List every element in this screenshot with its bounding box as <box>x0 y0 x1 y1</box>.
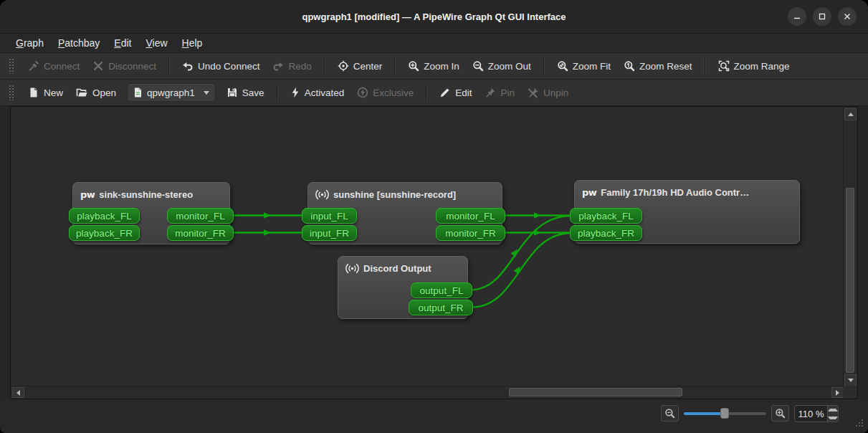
exclusive-toggle[interactable]: Exclusive <box>350 83 420 102</box>
arrow-down-icon <box>848 379 854 382</box>
arrow-left-icon <box>16 390 20 396</box>
open-button[interactable]: Open <box>70 83 123 102</box>
scroll-up-button[interactable] <box>844 108 857 120</box>
horizontal-scrollbar[interactable] <box>11 386 844 398</box>
node-title: Discord Output <box>363 263 431 274</box>
spin-arrows <box>827 406 838 422</box>
patchbay-toolbar: New Open qpwgraph1 <box>0 80 868 106</box>
zoom-percent-spinbox[interactable]: 110 % <box>794 405 839 422</box>
port-output[interactable]: monitor_FL <box>167 208 234 224</box>
undo-connect-button[interactable]: Undo Connect <box>176 57 266 75</box>
scroll-right-button[interactable] <box>831 387 844 398</box>
toolbar-drag-handle[interactable] <box>9 85 14 100</box>
port-input[interactable]: playback_FR <box>69 225 140 241</box>
toolbar-separator <box>543 57 545 75</box>
menu-graph[interactable]: Graph <box>9 35 51 51</box>
stream-icon <box>345 263 359 274</box>
vertical-scroll-thumb[interactable] <box>846 188 854 373</box>
connect-button[interactable]: Connect <box>22 57 86 75</box>
wire-arrow-icon <box>511 247 520 257</box>
port-output[interactable]: output_FR <box>409 300 473 315</box>
activated-toggle[interactable]: Activated <box>284 83 351 102</box>
minimize-button[interactable] <box>788 7 806 26</box>
node-title: sink-sunshine-stereo <box>99 189 193 200</box>
new-button[interactable]: New <box>22 83 70 102</box>
pin-icon <box>485 87 496 98</box>
unpin-button[interactable]: Unpin <box>521 83 575 102</box>
statusbar-zoom-in-button[interactable] <box>771 405 789 422</box>
pipewire-icon: pw <box>582 187 596 198</box>
titlebar[interactable]: qpwgraph1 [modified] — A PipeWire Graph … <box>0 0 868 34</box>
port-input[interactable]: playback_FL <box>570 208 642 224</box>
graph-toolbar: Connect Disconnect Undo Connect Redo <box>0 53 868 80</box>
scroll-down-button[interactable] <box>844 374 857 386</box>
new-file-icon <box>28 87 39 98</box>
menu-help[interactable]: Help <box>175 35 210 51</box>
port-input[interactable]: playback_FR <box>570 225 642 241</box>
statusbar-zoom-out-button[interactable] <box>661 405 679 422</box>
port-input[interactable]: input_FL <box>302 208 357 224</box>
port-input[interactable]: input_FR <box>302 225 357 241</box>
zoom-reset-button[interactable]: Zoom Reset <box>617 57 699 75</box>
node-header: Discord Output <box>338 257 467 274</box>
menu-view[interactable]: View <box>138 35 174 51</box>
unpin-icon <box>528 87 539 98</box>
wire-arrow-icon <box>264 229 271 235</box>
minimize-icon <box>793 12 801 21</box>
close-button[interactable] <box>838 7 857 26</box>
scroll-left-button[interactable] <box>12 387 24 398</box>
zoom-fit-button[interactable]: Zoom Fit <box>550 57 617 75</box>
zoom-out-button[interactable]: Zoom Out <box>466 57 538 75</box>
zoom-out-icon <box>472 60 484 72</box>
node-header: pw Family 17h/19h HD Audio Contr… <box>575 181 799 198</box>
menu-edit[interactable]: Edit <box>107 35 138 51</box>
port-output[interactable]: monitor_FR <box>167 225 234 241</box>
spin-down-button[interactable] <box>828 414 838 422</box>
menu-patchbay[interactable]: Patchbay <box>51 35 107 51</box>
disconnect-button[interactable]: Disconnect <box>86 57 163 75</box>
scrollbar-corner <box>843 386 857 398</box>
exclusive-lightning-icon <box>357 87 368 98</box>
zoom-slider[interactable] <box>684 405 766 422</box>
vertical-scrollbar[interactable] <box>843 108 857 387</box>
zoom-percent-value[interactable]: 110 % <box>795 406 827 422</box>
spin-up-button[interactable] <box>828 406 838 414</box>
pencil-icon <box>439 87 451 98</box>
graph-canvas[interactable]: pw sink-sunshine-stereo playback_FL play… <box>11 108 844 387</box>
save-button[interactable]: Save <box>220 83 271 102</box>
edit-toggle[interactable]: Edit <box>433 83 478 102</box>
horizontal-scroll-thumb[interactable] <box>509 388 682 396</box>
resize-grip[interactable] <box>854 419 864 428</box>
port-input[interactable]: playback_FL <box>69 208 140 224</box>
node-title: Family 17h/19h HD Audio Contr… <box>601 187 749 198</box>
open-folder-icon <box>76 87 88 98</box>
arrow-down-icon <box>828 417 838 419</box>
pin-button[interactable]: Pin <box>478 83 521 102</box>
redo-button[interactable]: Redo <box>266 57 318 75</box>
stream-icon <box>315 189 329 200</box>
node-title: sunshine [sunshine-record] <box>333 189 456 200</box>
toolbar-separator <box>168 57 170 75</box>
center-icon <box>338 60 349 72</box>
node-header: sunshine [sunshine-record] <box>308 183 502 200</box>
toolbar-separator <box>705 57 706 75</box>
zoom-in-button[interactable]: Zoom In <box>401 57 466 75</box>
port-output[interactable]: output_FL <box>411 282 472 298</box>
wire-arrow-icon <box>534 212 541 218</box>
zoom-range-icon <box>718 60 730 72</box>
toolbar-drag-handle[interactable] <box>9 58 14 74</box>
port-output[interactable]: monitor_FL <box>436 208 505 224</box>
patchbay-file-icon <box>133 87 143 97</box>
patchbay-profile-value: qpwgraph1 <box>147 87 195 98</box>
port-output[interactable]: monitor_FR <box>436 225 505 241</box>
statusbar: 110 % <box>0 399 868 433</box>
connections-layer <box>11 108 844 387</box>
toolbar-separator <box>394 57 396 75</box>
patchbay-profile-select[interactable]: qpwgraph1 <box>127 83 216 102</box>
zoom-range-button[interactable]: Zoom Range <box>712 57 796 75</box>
maximize-button[interactable] <box>813 7 831 26</box>
slider-handle[interactable] <box>720 408 729 419</box>
close-icon <box>843 12 852 21</box>
center-button[interactable]: Center <box>331 57 389 75</box>
connect-icon <box>28 60 39 72</box>
